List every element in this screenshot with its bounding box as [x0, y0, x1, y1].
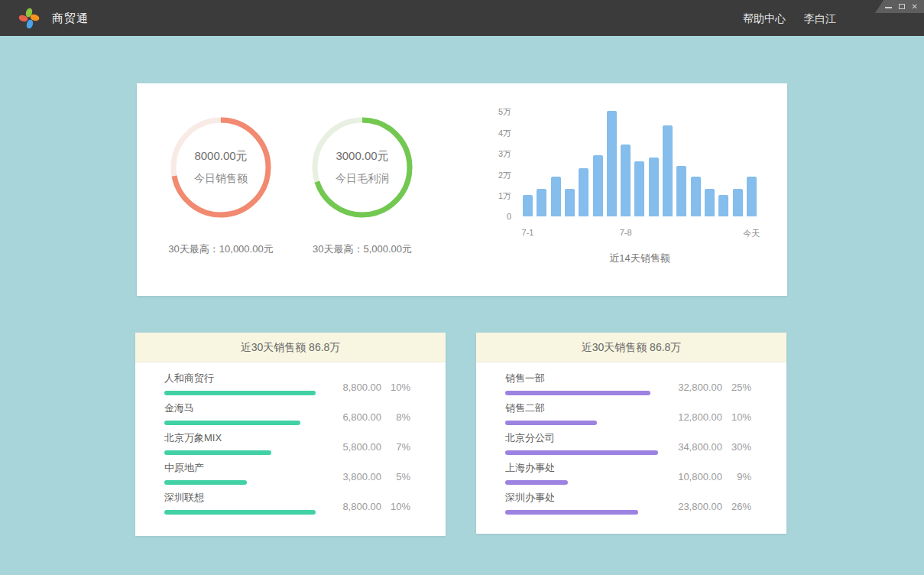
rank-row-percent: 8%	[381, 411, 410, 423]
today-sales-value: 8000.00元	[194, 149, 247, 164]
rank-row-percent: 10%	[381, 382, 410, 393]
rank-card-departments-title: 近30天销售额 86.8万	[476, 333, 786, 362]
rank-row-percent: 30%	[722, 441, 751, 453]
rank-row-values: 12,800.0010%	[644, 411, 751, 423]
rank-row-percent: 9%	[722, 471, 751, 482]
chart-bar	[691, 177, 701, 216]
chart-bar	[733, 189, 743, 216]
x-axis-tick: 7-8	[620, 228, 632, 237]
rank-row-amount: 10,800.00	[644, 471, 722, 482]
chart-bar	[579, 168, 588, 216]
today-sales-label: 今日销售额	[194, 172, 248, 186]
y-axis-tick: 3万	[465, 148, 511, 160]
y-axis-tick: 4万	[465, 128, 511, 139]
rank-row-percent: 25%	[722, 382, 751, 393]
rank-row-bar	[164, 391, 316, 395]
rank-row-amount: 5,800.00	[303, 441, 381, 453]
rank-row-values: 5,800.007%	[303, 441, 410, 453]
rank-row-bar	[164, 450, 271, 455]
chart-bar	[676, 166, 686, 216]
chart-bar	[705, 189, 715, 216]
rank-row-bar	[164, 480, 247, 485]
rank-row: 北京分公司34,800.0030%	[505, 428, 751, 458]
close-icon[interactable]: ✕	[912, 3, 918, 11]
rank-row: 中原地产3,800.005%	[164, 458, 410, 488]
rank-row: 北京万象MIX5,800.007%	[164, 428, 410, 458]
rank-row-values: 23,800.0026%	[644, 501, 751, 512]
rank-row-values: 32,800.0025%	[644, 382, 751, 393]
chart-bar	[565, 189, 575, 216]
y-axis-tick: 1万	[465, 190, 511, 202]
today-sales-caption: 30天最高：10,000.00元	[156, 242, 286, 256]
rank-row-amount: 32,800.00	[644, 382, 722, 393]
rank-row: 人和商贸行8,800.0010%	[164, 369, 410, 398]
chart-bar	[537, 189, 546, 216]
rank-row-bar	[505, 510, 638, 515]
rank-row-bar	[505, 391, 650, 395]
rank-row-amount: 23,800.00	[644, 501, 722, 512]
rank-row-amount: 8,800.00	[303, 501, 381, 512]
rank-row-bar	[164, 421, 300, 425]
chart-bar	[593, 155, 603, 216]
rank-card-customers-rows: 人和商贸行8,800.0010%金海马6,800.008%北京万象MIX5,80…	[135, 362, 446, 518]
rank-row: 上海办事处10,800.009%	[505, 458, 751, 488]
rank-row-bar	[505, 450, 658, 455]
y-axis-tick: 5万	[465, 106, 511, 118]
rank-row-percent: 5%	[381, 471, 410, 482]
rank-row-amount: 8,800.00	[303, 382, 381, 393]
x-axis-tick: 7-1	[522, 228, 534, 237]
rank-row-bar	[505, 421, 597, 425]
rank-row-values: 6,800.008%	[303, 411, 410, 423]
today-profit-donut-block: 3000.00元 今日毛利润 30天最高：5,000.00元	[297, 114, 427, 256]
y-axis-tick: 2万	[465, 170, 511, 181]
rank-card-departments-rows: 销售一部32,800.0025%销售二部12,800.0010%北京分公司34,…	[476, 362, 786, 518]
rank-row: 销售一部32,800.0025%	[505, 369, 751, 398]
chart-caption: 近14天销售额	[523, 252, 757, 265]
rank-row-values: 8,800.0010%	[303, 382, 410, 393]
chart-bar	[718, 195, 728, 216]
rank-row-amount: 12,800.00	[644, 411, 722, 423]
overview-card: 8000.00元 今日销售额 30天最高：10,000.00元 3000.00元…	[137, 83, 787, 296]
maximize-icon[interactable]	[899, 4, 905, 9]
chart-bar	[634, 161, 644, 216]
rank-row-values: 34,800.0030%	[644, 441, 751, 453]
y-axis-tick: 0	[465, 212, 511, 221]
rank-row-bar	[505, 480, 568, 485]
rank-row-amount: 34,800.00	[644, 441, 722, 453]
app-title: 商贸通	[52, 11, 89, 26]
rank-row-values: 3,800.005%	[303, 471, 410, 482]
rank-row-percent: 10%	[381, 501, 410, 512]
chart-bar	[607, 111, 617, 216]
rank-row: 销售二部12,800.0010%	[505, 398, 751, 428]
chart-bar	[747, 177, 757, 216]
x-axis-tick: 今天	[743, 228, 760, 239]
chart-bar	[621, 145, 631, 216]
today-profit-value: 3000.00元	[336, 149, 388, 164]
rank-row: 金海马6,800.008%	[164, 398, 410, 428]
titlebar: 商贸通 帮助中心 李白江 ✕	[0, 0, 924, 36]
rank-row-bar	[164, 510, 316, 515]
rank-row-percent: 10%	[722, 411, 751, 423]
chart-plot	[523, 111, 757, 216]
sales-14d-bar-chart: 5万4万3万2万1万0 7-17-8今天 近14天销售额	[465, 83, 787, 296]
rank-row-values: 8,800.0010%	[303, 501, 410, 512]
chart-bar	[523, 195, 533, 216]
today-profit-label: 今日毛利润	[336, 172, 389, 186]
minimize-icon[interactable]	[885, 7, 892, 8]
app-logo-pinwheel-icon	[17, 6, 41, 31]
today-profit-caption: 30天最高：5,000.00元	[297, 242, 427, 256]
chart-bar	[663, 125, 673, 216]
chart-bar	[649, 158, 659, 216]
rank-row-amount: 6,800.00	[303, 411, 381, 423]
rank-card-departments: 近30天销售额 86.8万 销售一部32,800.0025%销售二部12,800…	[476, 333, 786, 534]
window-controls: ✕	[875, 0, 924, 13]
rank-row: 深圳联想8,800.0010%	[164, 488, 410, 518]
help-center-link[interactable]: 帮助中心	[743, 12, 786, 26]
rank-row-percent: 26%	[722, 501, 751, 512]
rank-card-customers-title: 近30天销售额 86.8万	[135, 333, 446, 362]
rank-row: 深圳办事处23,800.0026%	[505, 488, 751, 518]
rank-row-percent: 7%	[381, 441, 410, 453]
rank-row-amount: 3,800.00	[303, 471, 381, 482]
rank-card-customers: 近30天销售额 86.8万 人和商贸行8,800.0010%金海马6,800.0…	[135, 333, 446, 536]
user-name[interactable]: 李白江	[804, 12, 836, 26]
